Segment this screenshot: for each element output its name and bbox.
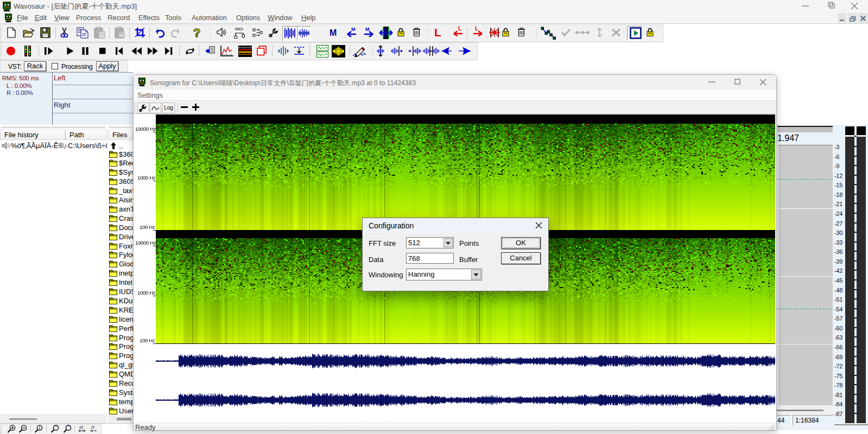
svg-text:M: M [351,27,356,32]
svg-text:M: M [365,27,370,32]
svg-text:?: ? [193,26,200,40]
svg-text:/2: /2 [91,425,94,429]
svg-text:x2: x2 [79,425,84,429]
svg-text:L: L [458,25,461,31]
svg-text:M: M [330,28,337,37]
svg-text:MIDI: MIDI [235,27,243,31]
svg-text:L: L [434,26,441,39]
svg-text:L: L [475,25,478,31]
